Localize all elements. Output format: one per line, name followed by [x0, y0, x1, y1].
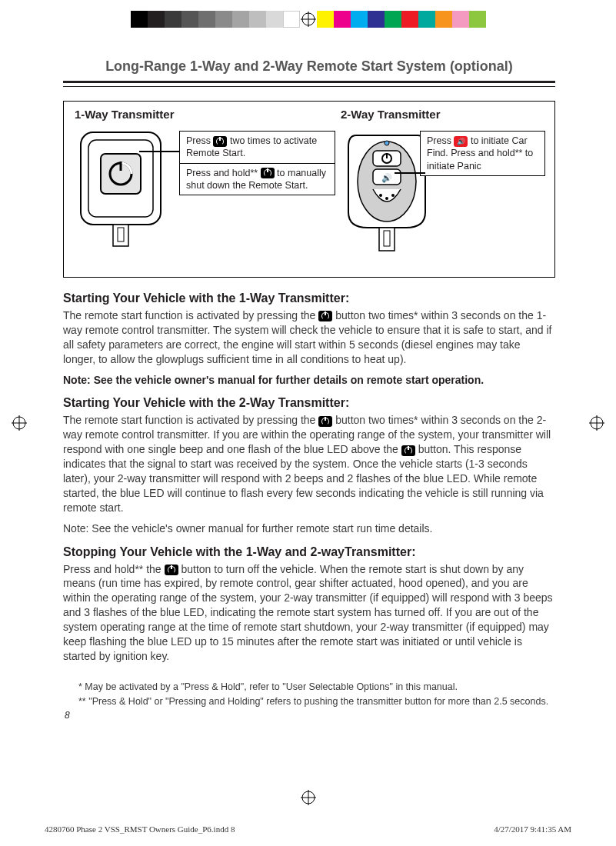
swatch — [368, 11, 385, 28]
svg-text:🔊: 🔊 — [381, 172, 392, 183]
remote-start-icon — [401, 445, 415, 456]
registration-mark-icon — [588, 415, 605, 431]
one-way-label: 1-Way Transmitter — [75, 108, 175, 121]
callout-text: Press and hold** — [186, 168, 261, 178]
section-heading: Stopping Your Vehicle with the 1-Way and… — [63, 545, 555, 559]
footnote: * May be activated by a "Press & Hold", … — [78, 681, 555, 694]
page-content: Long-Range 1-Way and 2-Way Remote Start … — [63, 58, 555, 721]
swatch — [418, 11, 435, 28]
svg-rect-14 — [101, 154, 141, 194]
page-number: 8 — [63, 710, 555, 721]
callout-remote-start: Press two times to activate Remote Start… — [179, 131, 335, 195]
body-text: Press and hold** the — [63, 563, 165, 575]
registration-mark-icon — [300, 789, 317, 806]
section-heading: Starting Your Vehicle with the 2-Way Tra… — [63, 396, 555, 410]
swatch — [283, 11, 300, 28]
svg-point-26 — [385, 197, 388, 200]
swatch — [452, 11, 469, 28]
leader-line — [395, 172, 425, 174]
swatch — [249, 11, 266, 28]
footnote: ** "Press & Hold" or "Pressing and Holdi… — [78, 695, 555, 708]
panic-icon — [454, 136, 468, 147]
registration-mark-icon — [11, 415, 28, 431]
callout-text: Press — [427, 135, 454, 146]
swatch — [266, 11, 283, 28]
print-color-bar — [131, 11, 486, 28]
svg-point-25 — [379, 194, 382, 197]
note-text: Note: See the vehicle owner's manual for… — [63, 373, 555, 388]
swatch — [334, 11, 351, 28]
remote-start-icon — [318, 416, 332, 427]
swatch — [131, 11, 148, 28]
footnotes: * May be activated by a "Press & Hold", … — [63, 681, 555, 708]
swatch — [351, 11, 368, 28]
remote-start-icon — [261, 168, 275, 178]
footer-filename: 4280760 Phase 2 VSS_RMST Owners Guide_P6… — [45, 824, 235, 834]
callout-car-find-panic: Press to initiate Car Find. Press and ho… — [420, 131, 545, 176]
swatch — [215, 11, 232, 28]
one-way-transmitter-icon — [75, 128, 167, 251]
svg-point-28 — [385, 141, 389, 145]
swatch — [317, 11, 334, 28]
swatch — [385, 11, 401, 28]
swatch — [181, 11, 198, 28]
remote-start-icon — [213, 136, 227, 147]
leader-line — [139, 151, 179, 152]
swatch — [435, 11, 452, 28]
body-paragraph: The remote start function is activated b… — [63, 413, 555, 515]
title-rule — [63, 81, 555, 87]
body-paragraph: The remote start function is activated b… — [63, 308, 555, 367]
swatch — [401, 11, 418, 28]
transmitter-diagram: 1-Way Transmitter 2-Way Transmitter 🔊 — [63, 101, 555, 278]
swatch — [469, 11, 486, 28]
swatch — [232, 11, 249, 28]
note-text: Note: See the vehicle's owner manual for… — [63, 521, 555, 536]
two-way-label: 2-Way Transmitter — [341, 108, 441, 121]
section-heading: Starting Your Vehicle with the 1-Way Tra… — [63, 291, 555, 305]
page-title: Long-Range 1-Way and 2-Way Remote Start … — [63, 58, 555, 75]
registration-mark-icon — [300, 11, 317, 28]
body-text: The remote start function is activated b… — [63, 414, 318, 426]
swatch — [165, 11, 181, 28]
body-text: The remote start function is activated b… — [63, 309, 318, 321]
svg-point-27 — [391, 194, 395, 197]
swatch — [148, 11, 165, 28]
remote-start-icon — [318, 311, 332, 321]
callout-text: Press — [186, 135, 213, 146]
two-way-transmitter-icon: 🔊 — [341, 128, 433, 255]
swatch — [198, 11, 215, 28]
body-text: button to turn off the vehicle. When the… — [63, 563, 553, 662]
remote-start-icon — [165, 565, 178, 575]
print-footer: 4280760 Phase 2 VSS_RMST Owners Guide_P6… — [45, 824, 571, 834]
body-paragraph: Press and hold** the button to turn off … — [63, 562, 555, 664]
footer-timestamp: 4/27/2017 9:41:35 AM — [494, 824, 571, 834]
